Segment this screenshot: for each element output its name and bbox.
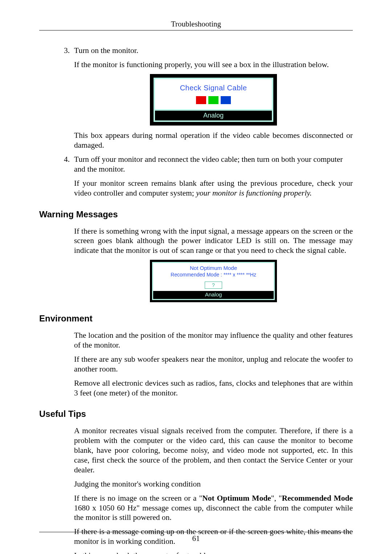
step-3-number: 3.: [39, 46, 74, 56]
page-header-title: Troubleshooting: [39, 20, 353, 29]
tips-p3-part-e: 1680 x 1050 60 Hz" message comes up, dis…: [74, 504, 353, 522]
green-square-icon: [208, 96, 219, 104]
step-3: 3. Turn on the monitor.: [39, 46, 353, 56]
red-square-icon: [196, 96, 206, 104]
figure2-line2: Recommended Mode : **** x **** **Hz: [153, 272, 274, 280]
step-3-after: This box appears during normal operation…: [74, 131, 353, 150]
step-4-body: Turn off your monitor and reconnect the …: [74, 155, 353, 174]
step-4: 4. Turn off your monitor and reconnect t…: [39, 155, 353, 174]
figure2-question-button: ?: [205, 282, 222, 289]
page-number: 61: [0, 534, 392, 543]
figure2-line1: Not Optimum Mode: [153, 263, 274, 272]
post-steps-note: If your monitor screen remains blank aft…: [74, 178, 353, 198]
heading-warning-messages: Warning Messages: [39, 209, 353, 220]
environment-p3: Remove all electronic devices such as ra…: [74, 378, 353, 398]
environment-p1: The location and the position of the mon…: [74, 331, 353, 350]
tips-p3-part-a: If there is no image on the screen or a …: [74, 494, 202, 502]
warning-body: If there is something wrong with the inp…: [74, 226, 353, 256]
tips-p2: Judging the monitor's working condition: [74, 479, 353, 489]
figure1-color-squares: [155, 96, 272, 104]
tips-p5: In this case, check the computer for tro…: [74, 551, 353, 554]
figure2-footer: Analog: [153, 291, 274, 299]
tips-p3-bold-1: Not Optimum Mode: [202, 494, 271, 502]
step-3-body: If the monitor is functioning properly, …: [74, 60, 353, 70]
heading-environment: Environment: [39, 313, 353, 324]
tips-p3-part-c: ", ": [271, 494, 282, 502]
figure1-footer: Analog: [155, 111, 272, 121]
tips-p3-bold-2: Recommended Mode: [282, 494, 353, 502]
environment-p2: If there are any sub woofer speakers nea…: [74, 354, 353, 374]
blue-square-icon: [221, 96, 231, 104]
figure1-title: Check Signal Cable: [155, 83, 272, 93]
heading-useful-tips: Useful Tips: [39, 409, 353, 419]
figure-not-optimum-mode: Not Optimum Mode Recommended Mode : ****…: [74, 260, 353, 302]
footer-rule: [39, 532, 353, 532]
figure-check-signal-cable: Check Signal Cable Analog: [74, 74, 353, 126]
page-content: 3. Turn on the monitor. If the monitor i…: [39, 46, 353, 554]
tips-p3: If there is no image on the screen or a …: [74, 493, 353, 523]
tips-p1: A monitor recreates visual signals recei…: [74, 426, 353, 475]
step-4-number: 4.: [39, 155, 74, 174]
post-steps-note-italic: your monitor is functioning properly.: [196, 189, 312, 197]
header-rule: [39, 30, 353, 30]
step-3-title: Turn on the monitor.: [74, 46, 353, 56]
